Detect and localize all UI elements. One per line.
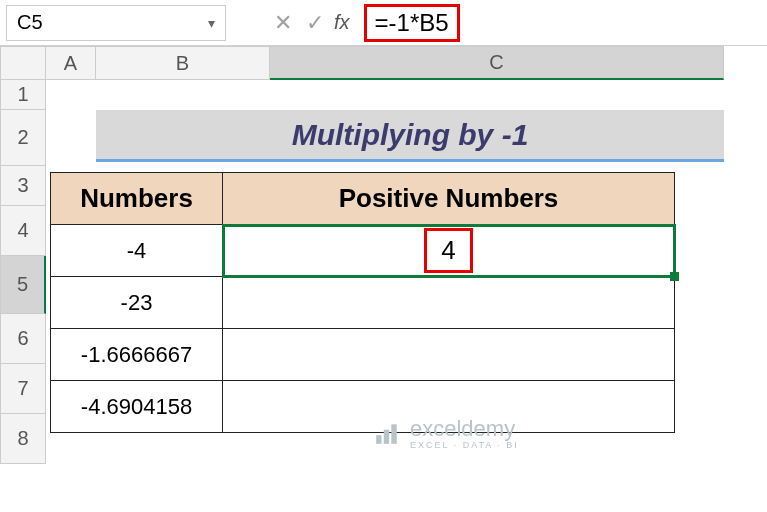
- col-header-B[interactable]: B: [96, 46, 270, 80]
- select-all-corner[interactable]: [0, 46, 46, 80]
- cell-B8[interactable]: -4.6904158: [51, 381, 223, 433]
- row-header-8[interactable]: 8: [0, 414, 46, 464]
- name-box-value: C5: [17, 11, 208, 34]
- cell-B5[interactable]: -4: [51, 225, 223, 277]
- spreadsheet-area: A B C 1 2 Multiplying by -1 3 4 5 6 7 8 …: [0, 46, 767, 512]
- data-table: Numbers Positive Numbers -4 4 -23 -1.666…: [50, 172, 675, 433]
- check-icon[interactable]: ✓: [306, 10, 324, 36]
- header-numbers[interactable]: Numbers: [51, 173, 223, 225]
- formula-bar-icons: ✕ ✓: [274, 10, 324, 36]
- row-header-7[interactable]: 7: [0, 364, 46, 414]
- row-header-6[interactable]: 6: [0, 314, 46, 364]
- row-header-5[interactable]: 5: [0, 256, 46, 314]
- row-header-2[interactable]: 2: [0, 110, 46, 166]
- cell-C8[interactable]: [223, 381, 675, 433]
- formula-input[interactable]: =-1*B5: [364, 4, 460, 42]
- cell-C5-value: 4: [424, 228, 472, 273]
- cell-B6[interactable]: -23: [51, 277, 223, 329]
- header-positive[interactable]: Positive Numbers: [223, 173, 675, 225]
- row-header-4[interactable]: 4: [0, 206, 46, 256]
- name-box[interactable]: C5 ▾: [6, 5, 226, 41]
- cancel-icon[interactable]: ✕: [274, 10, 292, 36]
- column-headers: A B C: [0, 46, 767, 80]
- title-band: Multiplying by -1: [96, 110, 724, 162]
- col-header-A[interactable]: A: [46, 46, 96, 80]
- formula-bar: C5 ▾ ✕ ✓ fx =-1*B5: [0, 0, 767, 46]
- cell-C6[interactable]: [223, 277, 675, 329]
- fx-icon[interactable]: fx: [334, 11, 350, 34]
- page-title: Multiplying by -1: [292, 118, 529, 152]
- chevron-down-icon[interactable]: ▾: [208, 15, 215, 31]
- row-header-3[interactable]: 3: [0, 166, 46, 206]
- col-header-C[interactable]: C: [270, 46, 724, 80]
- row-header-1[interactable]: 1: [0, 80, 46, 110]
- cell-B7[interactable]: -1.6666667: [51, 329, 223, 381]
- cell-C7[interactable]: [223, 329, 675, 381]
- cell-C5[interactable]: 4: [223, 225, 675, 277]
